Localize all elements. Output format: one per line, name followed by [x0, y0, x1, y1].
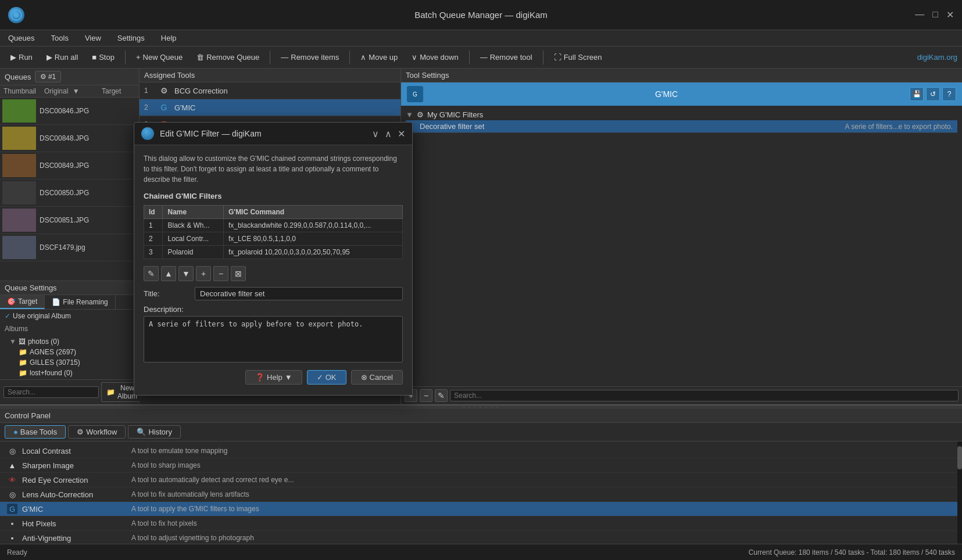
tab-workflow[interactable]: ⚙ Workflow — [68, 425, 126, 439]
minimize-button[interactable]: — — [915, 9, 924, 20]
tool-list-item[interactable]: 👁 Red Eye Correction A tool to automatic… — [0, 473, 962, 487]
use-original-album-check[interactable]: ✓ Use original Album — [0, 310, 139, 322]
menu-settings[interactable]: Settings — [114, 33, 148, 44]
tab-target[interactable]: 🎯 Target — [0, 295, 45, 309]
filename-3: DSC00849.JPG — [40, 161, 89, 170]
move-down-button[interactable]: ∨ Move down — [406, 51, 464, 63]
save-filter-button[interactable]: 💾 — [910, 87, 924, 101]
gmic-list-icon: G — [7, 504, 17, 514]
add-row-button[interactable]: + — [196, 266, 211, 281]
list-item[interactable]: 📁 GILLES (30715) — [5, 357, 134, 368]
window-title: Batch Queue Manager — digiKam — [414, 10, 547, 20]
dialog-title: Edit G'MIC Filter — digiKam — [160, 129, 366, 138]
tool-list-item[interactable]: G G'MIC A tool to apply the G'MIC filter… — [0, 502, 962, 516]
menu-view[interactable]: View — [81, 33, 105, 44]
scrollbar-thumb[interactable] — [957, 446, 962, 469]
tool-list-item[interactable]: ◎ Local Contrast A tool to emulate tone … — [0, 444, 962, 458]
website-link[interactable]: digiKam.org — [917, 53, 957, 62]
edit-filter-button[interactable]: ✎ — [435, 389, 448, 402]
menu-tools[interactable]: Tools — [48, 33, 72, 44]
close-button[interactable]: ✕ — [946, 9, 954, 20]
scrollbar-track[interactable] — [957, 441, 962, 544]
control-panel-tabs: ● Base Tools ⚙ Workflow 🔍 History — [0, 423, 962, 441]
cell-id: 1 — [144, 219, 163, 232]
tool-list-item[interactable]: ▲ Sharpen Image A tool to sharp images — [0, 458, 962, 473]
ok-icon: ✓ — [317, 373, 323, 382]
dialog-logo — [141, 127, 154, 140]
edit-row-button[interactable]: ✎ — [144, 266, 159, 281]
tool-list-item[interactable]: ◎ Lens Auto-Correction A tool to fix aut… — [0, 487, 962, 502]
albums-label: Albums — [0, 322, 139, 335]
window-controls: — □ ✕ — [915, 9, 954, 20]
queue-tab-1[interactable]: ⚙ #1 — [35, 71, 62, 82]
col-id: Id — [144, 206, 163, 219]
tab-history[interactable]: 🔍 History — [128, 425, 180, 439]
description-textarea[interactable]: A serie of filters to apply before to ex… — [144, 316, 403, 362]
thumbnail-5 — [2, 209, 36, 232]
remove-queue-button[interactable]: 🗑 Remove Queue — [191, 51, 265, 63]
dropdown-icon: ▼ — [285, 373, 292, 382]
move-down-row-button[interactable]: ▼ — [178, 266, 194, 281]
control-panel-title: Control Panel — [5, 411, 51, 420]
cell-name: Local Contr... — [163, 232, 223, 246]
album-search-input[interactable] — [3, 386, 99, 398]
dialog-close-button[interactable]: ✕ — [398, 128, 405, 139]
list-item[interactable]: ▼ 🖼 photos (0) — [5, 336, 134, 347]
dialog-body: This dialog allow to customize the G'MIC… — [134, 145, 412, 395]
table-row[interactable]: DSC00848.JPG — [0, 125, 139, 152]
filter-item-decorative[interactable]: Decorative filter set A serie of filters… — [406, 120, 957, 133]
separator-2 — [270, 51, 270, 64]
tool-row-bcg[interactable]: 1 ⚙ BCG Correction — [140, 82, 400, 99]
stop-button[interactable]: ■ Stop — [86, 51, 120, 63]
menu-queues[interactable]: Queues — [5, 33, 38, 44]
menu-help[interactable]: Help — [158, 33, 180, 44]
sort-icon: ▼ — [73, 87, 80, 95]
table-row[interactable]: DSC00849.JPG — [0, 152, 139, 180]
table-row[interactable]: DSC00851.JPG — [0, 207, 139, 234]
anti-vignetting-icon: ▪ — [7, 533, 17, 543]
list-item[interactable]: 📁 lost+found (0) — [5, 368, 134, 378]
table-row[interactable]: 3 Polaroid fx_polaroid 10,20,0,0,3,0,0,2… — [144, 246, 403, 259]
table-row[interactable]: 1 Black & Wh... fx_blackandwhite 0.299,0… — [144, 219, 403, 232]
new-queue-button[interactable]: + New Queue — [130, 51, 188, 63]
remove-row-button[interactable]: − — [213, 266, 228, 281]
remove-filter-button[interactable]: − — [420, 389, 432, 402]
gmic-buttons: 💾 ↺ ? — [910, 87, 956, 101]
cell-id: 3 — [144, 246, 163, 259]
remove-tool-button[interactable]: — Remove tool — [474, 51, 538, 63]
run-button[interactable]: ▶ Run — [5, 51, 38, 63]
control-panel: · · · · · · · Control Panel ● Base Tools… — [0, 404, 962, 544]
folder-icon: 📁 — [19, 348, 27, 356]
clear-rows-button[interactable]: ⊠ — [231, 266, 246, 281]
refresh-button[interactable]: ↺ — [926, 87, 940, 101]
maximize-button[interactable]: □ — [932, 9, 938, 20]
list-item[interactable]: 📁 AGNES (2697) — [5, 347, 134, 357]
remove-items-button[interactable]: — Remove items — [275, 51, 345, 63]
table-row[interactable]: DSC00850.JPG — [0, 180, 139, 207]
filter-category-mygmic[interactable]: ▼ ⚙ My G'MIC Filters — [406, 109, 957, 120]
ok-button[interactable]: ✓ OK — [307, 370, 346, 385]
help-button[interactable]: ? — [942, 87, 956, 101]
move-up-row-button[interactable]: ▲ — [161, 266, 176, 281]
move-up-button[interactable]: ∧ Move up — [355, 51, 403, 63]
settings-icon: ⚙ — [40, 73, 47, 81]
table-row[interactable]: DSCF1479.jpg — [0, 234, 139, 261]
run-all-button[interactable]: ▶ Run all — [41, 51, 84, 63]
dialog-minimize-button[interactable]: ∨ — [372, 128, 379, 139]
fullscreen-button[interactable]: ⛶ Full Screen — [548, 51, 608, 63]
filter-search-input[interactable] — [450, 390, 959, 401]
tool-list-item[interactable]: ▪ Anti-Vignetting A tool to adjust vigne… — [0, 531, 962, 544]
folder-icon: 📁 — [19, 358, 27, 367]
help-button[interactable]: ❓ Help ▼ — [245, 370, 302, 385]
dialog-footer: ❓ Help ▼ ✓ OK ⊗ Cancel — [144, 370, 403, 387]
filter-category-icon: ⚙ — [417, 110, 424, 119]
tool-row-gmic[interactable]: 2 G G'MIC — [140, 99, 400, 116]
table-row[interactable]: 2 Local Contr... fx_LCE 80,0.5,1,1,0,0 — [144, 232, 403, 246]
cancel-button[interactable]: ⊗ Cancel — [351, 370, 403, 385]
tool-list-item[interactable]: ▪ Hot Pixels A tool to fix hot pixels — [0, 516, 962, 531]
tab-file-renaming[interactable]: 📄 File Renaming — [45, 295, 115, 309]
table-row[interactable]: DSC00846.JPG — [0, 98, 139, 125]
title-input[interactable] — [195, 287, 403, 300]
dialog-maximize-button[interactable]: ∧ — [385, 128, 392, 139]
tab-base-tools[interactable]: ● Base Tools — [5, 425, 66, 439]
